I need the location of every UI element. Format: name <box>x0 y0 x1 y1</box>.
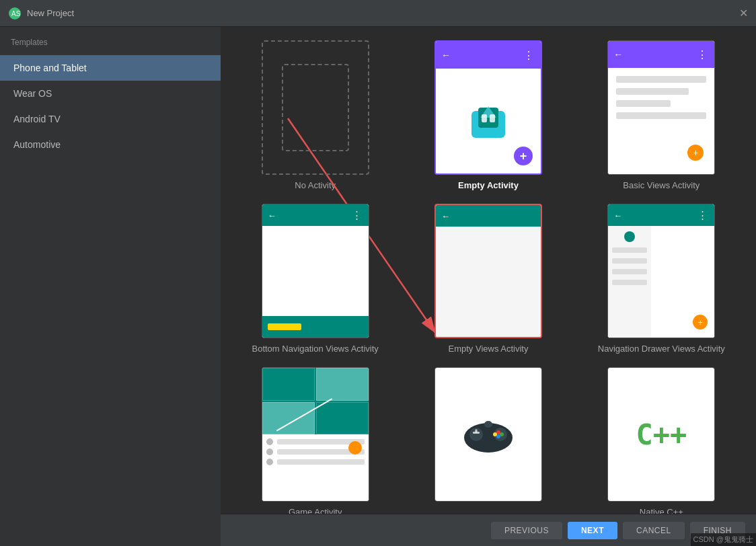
svg-rect-7 <box>482 114 487 122</box>
android-studio-icon: AS <box>8 7 22 20</box>
template-card-no-activity[interactable]: No Activity <box>237 40 393 190</box>
game-controller-icon <box>461 414 515 455</box>
grid-fab <box>348 441 362 455</box>
watermark: CSDN @鬼鬼骑士 <box>691 533 756 546</box>
template-grid: No Activity ← ⋮ <box>237 40 740 517</box>
ndva-drawer-line-1 <box>612 247 646 253</box>
ndva-drawer-line-2 <box>612 258 646 264</box>
basic-views-label: Basic Views Activity <box>623 180 700 190</box>
bnva-phone-mock: ← ⋮ <box>262 204 369 338</box>
svg-point-14 <box>496 430 500 434</box>
grid-cell-1 <box>262 368 315 401</box>
basic-views-preview: ← ⋮ + <box>607 40 715 175</box>
sidebar: Templates Phone and Tablet Wear OS Andro… <box>0 27 221 546</box>
no-activity-label: No Activity <box>295 180 336 190</box>
main-layout: Templates Phone and Tablet Wear OS Andro… <box>0 27 756 546</box>
eva-back-arrow: ← <box>441 211 450 221</box>
grid-preview-inner <box>262 368 369 501</box>
close-button[interactable]: ✕ <box>739 8 748 19</box>
bottom-bar: PREVIOUS NEXT CANCEL FINISH <box>221 514 756 546</box>
ndva-header: ← ⋮ <box>608 204 714 226</box>
svg-rect-13 <box>475 430 477 433</box>
empty-activity-label: Empty Activity <box>458 180 519 190</box>
template-card-game-icon[interactable] <box>410 367 566 517</box>
template-card-empty-activity[interactable]: ← ⋮ + <box>410 40 566 190</box>
ndva-menu-dots: ⋮ <box>697 209 709 221</box>
svg-text:AS: AS <box>11 10 21 17</box>
template-card-bottom-nav[interactable]: ← ⋮ Bottom Navigation Views Activity <box>237 204 393 354</box>
game-icon-preview <box>434 367 542 502</box>
title-bar: AS New Project ✕ <box>0 0 756 27</box>
previous-button[interactable]: PREVIOUS <box>491 522 562 539</box>
empty-activity-preview: ← ⋮ + <box>434 40 542 175</box>
grid-line-3 <box>277 459 365 465</box>
game-icon-inner <box>435 368 541 501</box>
sidebar-item-android-tv[interactable]: Android TV <box>0 106 221 132</box>
cpp-preview-inner: C++ <box>608 368 714 501</box>
bva-line-1 <box>616 76 706 83</box>
template-card-nav-drawer[interactable]: ← ⋮ <box>583 204 740 354</box>
ea-menu-dots: ⋮ <box>523 49 535 62</box>
ea-fab: + <box>514 147 533 165</box>
bva-line-4 <box>616 112 706 119</box>
grid-row-3 <box>266 459 365 465</box>
grid-dot-3 <box>266 459 273 465</box>
window-title: New Project <box>27 8 74 18</box>
android-logo <box>468 101 508 141</box>
bva-line-2 <box>616 88 688 95</box>
nav-drawer-label: Navigation Drawer Views Activity <box>598 344 725 354</box>
svg-rect-8 <box>490 114 495 122</box>
bva-back-arrow: ← <box>613 49 623 60</box>
ea-header: ← ⋮ <box>436 42 541 69</box>
grid-cell-4 <box>316 402 369 435</box>
bnva-back-arrow: ← <box>268 210 276 221</box>
bnva-body <box>262 226 369 316</box>
cancel-button[interactable]: CANCEL <box>623 522 685 539</box>
eva-body <box>436 227 541 337</box>
game-preview <box>262 367 369 502</box>
grid-top <box>262 368 369 434</box>
svg-point-16 <box>496 434 500 438</box>
bva-menu-dots: ⋮ <box>697 48 709 61</box>
grid-dot-1 <box>266 438 273 445</box>
empty-views-label: Empty Views Activity <box>449 344 529 354</box>
no-activity-box <box>282 64 349 151</box>
grid-cell-3 <box>262 402 315 435</box>
template-card-game[interactable]: Game Activity <box>237 367 393 517</box>
template-card-basic-views[interactable]: ← ⋮ + Basic Views Activity <box>583 40 740 190</box>
eva-header: ← <box>436 205 541 227</box>
bva-header: ← ⋮ <box>608 41 714 68</box>
sidebar-item-automotive[interactable]: Automotive <box>0 132 221 157</box>
bnva-footer <box>262 316 369 338</box>
cpp-logo-text: C++ <box>636 418 687 451</box>
bnva-menu-dots: ⋮ <box>352 209 363 221</box>
bottom-nav-label: Bottom Navigation Views Activity <box>252 344 378 354</box>
ndva-drawer-icon <box>624 231 635 242</box>
ndva-drawer-line-4 <box>612 280 646 285</box>
title-bar-left: AS New Project <box>8 7 74 20</box>
template-card-native-cpp[interactable]: C++ Native C++ <box>583 367 740 517</box>
ea-back-arrow: ← <box>441 50 451 61</box>
sidebar-item-phone-tablet[interactable]: Phone and Tablet <box>0 55 221 81</box>
svg-point-17 <box>493 432 497 436</box>
no-activity-preview <box>262 40 369 175</box>
template-card-empty-views[interactable]: ← Empty Views Activity <box>410 204 566 354</box>
svg-point-15 <box>500 432 504 436</box>
ndva-drawer-line-3 <box>612 269 646 274</box>
bva-line-3 <box>616 100 670 107</box>
sidebar-heading: Templates <box>0 38 221 55</box>
sidebar-item-wear-os[interactable]: Wear OS <box>0 81 221 106</box>
native-cpp-preview: C++ <box>607 367 715 502</box>
content-area: No Activity ← ⋮ <box>221 27 756 546</box>
grid-dot-2 <box>266 448 273 455</box>
grid-cell-2 <box>316 368 369 401</box>
empty-views-preview: ← <box>434 204 542 338</box>
ndva-drawer <box>608 226 650 338</box>
eva-phone-mock: ← <box>436 205 541 337</box>
bnva-tab-1 <box>268 323 301 330</box>
bnva-header: ← ⋮ <box>262 204 369 226</box>
nav-drawer-preview: ← ⋮ <box>607 204 715 338</box>
ndva-back-arrow: ← <box>613 210 622 221</box>
svg-point-18 <box>484 421 492 428</box>
next-button[interactable]: NEXT <box>568 522 617 539</box>
